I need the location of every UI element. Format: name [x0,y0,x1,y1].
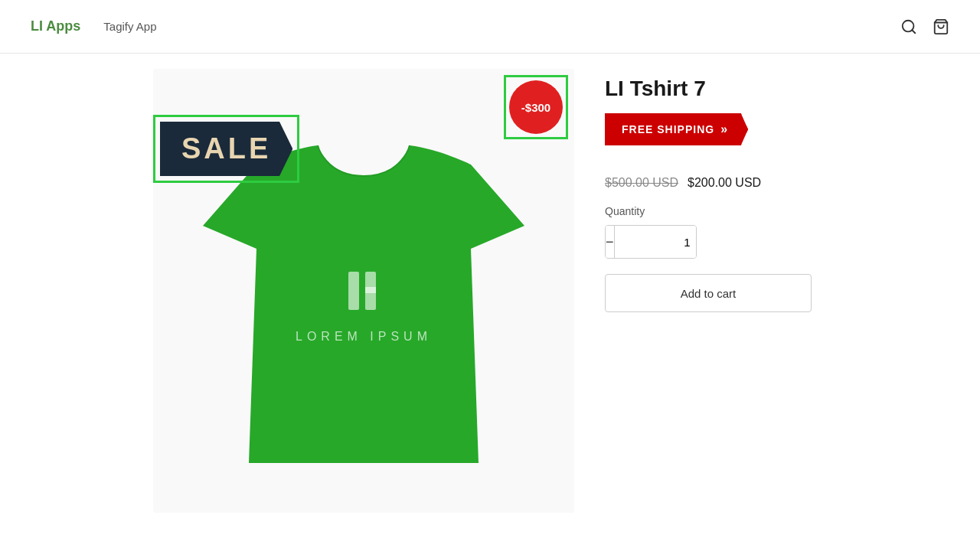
sale-overlay: SALE [153,115,299,183]
svg-rect-5 [365,287,376,293]
free-shipping-badge: FREE SHIPPING » [605,113,748,145]
quantity-label: Quantity [605,205,827,217]
search-icon[interactable] [900,18,917,35]
price-area: $500.00 USD $200.00 USD [605,176,827,190]
quantity-input[interactable] [614,226,697,258]
quantity-control: − + [605,225,697,259]
discount-badge: -$300 [509,80,563,134]
discount-amount: -$300 [521,101,550,114]
free-shipping-container: FREE SHIPPING » [605,113,827,161]
header-nav: LI Apps Tagify App [31,18,157,34]
svg-rect-3 [348,272,359,310]
svg-text:LOREM IPSUM: LOREM IPSUM [296,330,432,343]
header: LI Apps Tagify App [0,0,980,54]
brand-link[interactable]: LI Apps [31,18,80,34]
decrease-quantity-button[interactable]: − [606,226,614,258]
sale-text: SALE [181,132,271,165]
header-actions [900,18,949,35]
main-content: SALE LOREM IPSUM -$300 [0,54,980,551]
product-title: LI Tshirt 7 [605,77,827,101]
product-image-container: SALE LOREM IPSUM -$300 [153,69,574,536]
sale-banner: SALE [160,122,292,176]
svg-line-1 [912,30,915,33]
discount-badge-container: -$300 [504,75,568,139]
tagify-app-link[interactable]: Tagify App [103,20,156,33]
free-shipping-label: FREE SHIPPING [622,123,714,135]
product-image-wrapper: SALE LOREM IPSUM -$300 [153,69,574,513]
original-price: $500.00 USD [605,176,678,190]
product-details: LI Tshirt 7 FREE SHIPPING » $500.00 USD … [605,69,827,536]
cart-icon[interactable] [933,18,949,35]
add-to-cart-button[interactable]: Add to cart [605,274,812,312]
sale-price: $200.00 USD [688,176,761,190]
